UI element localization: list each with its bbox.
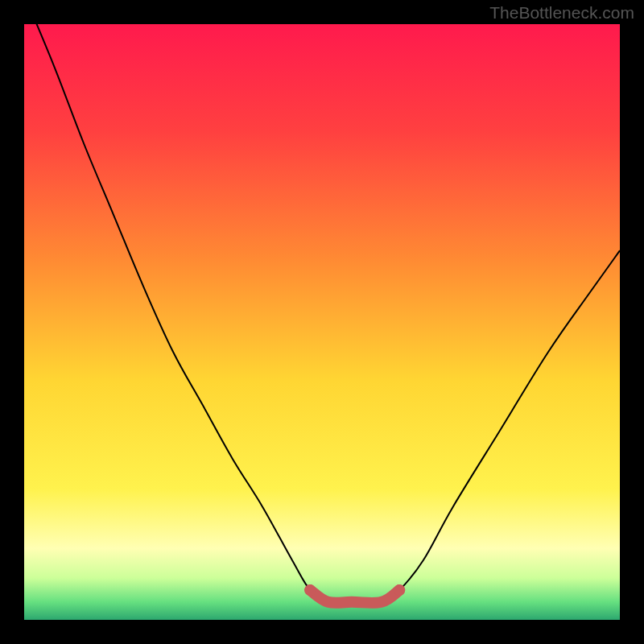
chart-svg [24,24,620,620]
highlight-dot-left [304,584,316,596]
highlight-dot-right [394,584,405,596]
chart-background [24,24,620,620]
chart-plot-area [24,24,620,620]
watermark-text: TheBottleneck.com [489,3,634,23]
